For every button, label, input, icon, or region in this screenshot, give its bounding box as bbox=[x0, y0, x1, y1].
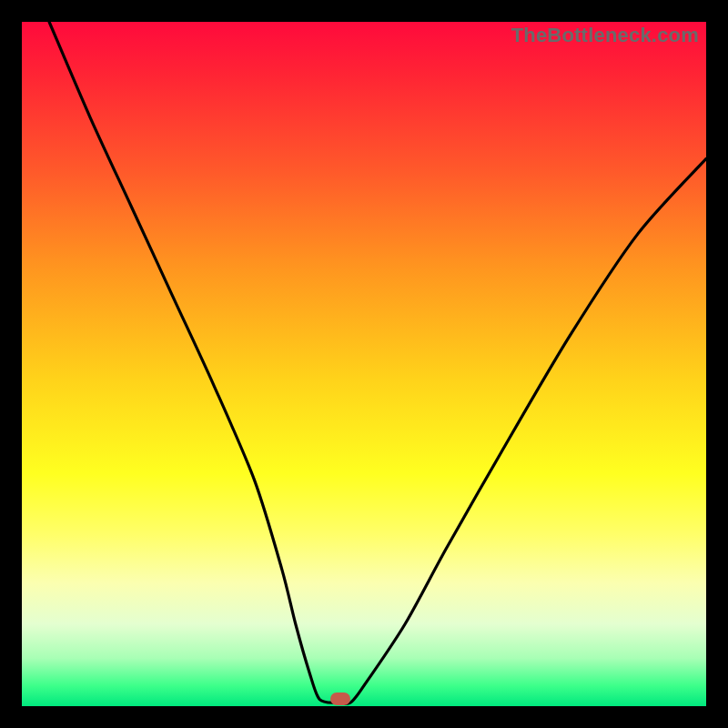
curve-path bbox=[49, 22, 706, 704]
plot-area: TheBottleneck.com bbox=[22, 22, 706, 706]
curve-svg bbox=[22, 22, 706, 706]
chart-frame: TheBottleneck.com bbox=[0, 0, 728, 728]
minimum-marker bbox=[330, 693, 350, 705]
